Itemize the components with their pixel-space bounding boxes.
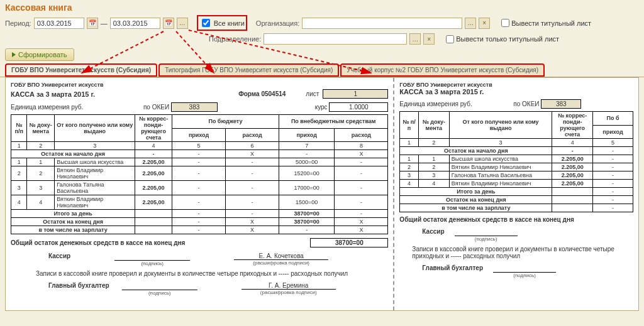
grand-total-label: Общий остаток денежных средств в кассе н… (11, 239, 185, 246)
tabs: ГОБУ ВПО Университет искусств (Субсидия)… (0, 63, 644, 77)
tab-1[interactable]: Типография ГОБУ ВПО Университет искусств… (158, 63, 339, 77)
sheet2-org: ГОБУ ВПО Университет искусств (399, 82, 633, 88)
content-area: ГОБУ ВПО Университет искусств КАССА за 3… (5, 77, 639, 311)
cashier-name: Е. А. Кочеткова (234, 253, 328, 260)
all-books-checkbox[interactable] (202, 19, 210, 27)
accountant-label: Главный бухгалтер (48, 282, 109, 296)
chk-title[interactable]: Вывести титульный лист (501, 19, 591, 27)
tab-2[interactable]: Учебный корпус №2 ГОБУ ВПО Университет и… (340, 63, 545, 77)
subdiv-select-icon[interactable]: … (409, 33, 421, 45)
okei-value: 383 (171, 102, 218, 112)
date-to-input[interactable]: 03.03.2015 (110, 18, 160, 29)
grand-total-value: 38700=00 (310, 238, 388, 247)
org-select-icon[interactable]: … (465, 18, 476, 29)
all-books-label: Все книги (214, 19, 245, 27)
subdiv-label: Подразделение: (209, 35, 261, 43)
period-select-icon[interactable]: … (177, 18, 188, 29)
cashier-label: Кассир (48, 253, 70, 266)
chk-only-title[interactable]: Вывести только титульный лист (446, 35, 559, 43)
subdiv-clear-icon[interactable]: × (423, 33, 435, 45)
calendar-icon[interactable]: 📅 (87, 18, 98, 29)
page-title: Кассовая книга (0, 0, 644, 14)
kurs-label: курс (315, 104, 328, 111)
accountant-name: Г. А. Еремина (242, 282, 336, 290)
org-label: Организация: (256, 19, 299, 27)
unit-label: Единица измерения руб. (11, 104, 83, 111)
list-number: 1 (323, 89, 388, 99)
all-books-highlight: Все книги (197, 15, 247, 31)
sheet-org: ГОБУ ВПО Университет искусств (11, 82, 388, 88)
sheet2-cash-date: КАССА за 3 марта 2015 г. (399, 88, 633, 95)
calendar-icon[interactable]: 📅 (163, 18, 174, 29)
form-button[interactable]: Сформировать (5, 48, 74, 61)
kurs-value: 1.0000 (329, 102, 388, 112)
org-input[interactable] (302, 18, 462, 29)
check-text: Записи в кассовой книге проверил и докум… (11, 270, 388, 277)
form-number-label: Форма 0504514 (238, 90, 286, 97)
okei-label: по ОКЕИ (143, 104, 169, 111)
subdiv-input[interactable] (264, 33, 407, 45)
period-label: Период: (5, 19, 31, 27)
tab-0[interactable]: ГОБУ ВПО Университет искусств (Субсидия) (5, 63, 157, 77)
run-icon (12, 52, 16, 57)
cash-date: КАССА за 3 марта 2015 г. (11, 90, 95, 98)
date-from-input[interactable]: 03.03.2015 (34, 18, 84, 29)
org-clear-icon[interactable]: × (479, 18, 490, 29)
list-label: лист (306, 90, 319, 97)
